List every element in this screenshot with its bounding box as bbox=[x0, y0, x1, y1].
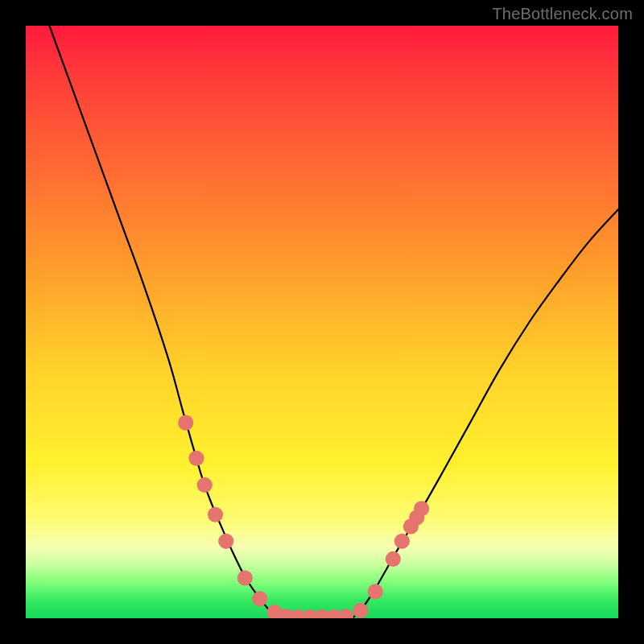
data-marker bbox=[218, 534, 233, 549]
chart-svg bbox=[26, 26, 618, 618]
data-marker bbox=[188, 451, 204, 466]
data-marker bbox=[394, 534, 410, 549]
data-marker bbox=[338, 609, 353, 618]
data-marker bbox=[368, 584, 383, 599]
data-marker bbox=[178, 415, 193, 431]
markers-group bbox=[178, 415, 429, 618]
data-marker bbox=[386, 551, 401, 567]
data-marker bbox=[414, 501, 429, 516]
chart-frame: TheBottleneck.com bbox=[0, 0, 644, 644]
data-marker bbox=[252, 591, 267, 606]
attribution-text: TheBottleneck.com bbox=[492, 5, 633, 23]
data-marker bbox=[353, 603, 368, 618]
data-marker bbox=[197, 477, 213, 493]
data-marker bbox=[237, 570, 253, 585]
plot-area bbox=[26, 26, 618, 618]
curves-group bbox=[49, 26, 618, 618]
data-marker bbox=[208, 507, 223, 522]
bottleneck-curve bbox=[49, 26, 618, 618]
